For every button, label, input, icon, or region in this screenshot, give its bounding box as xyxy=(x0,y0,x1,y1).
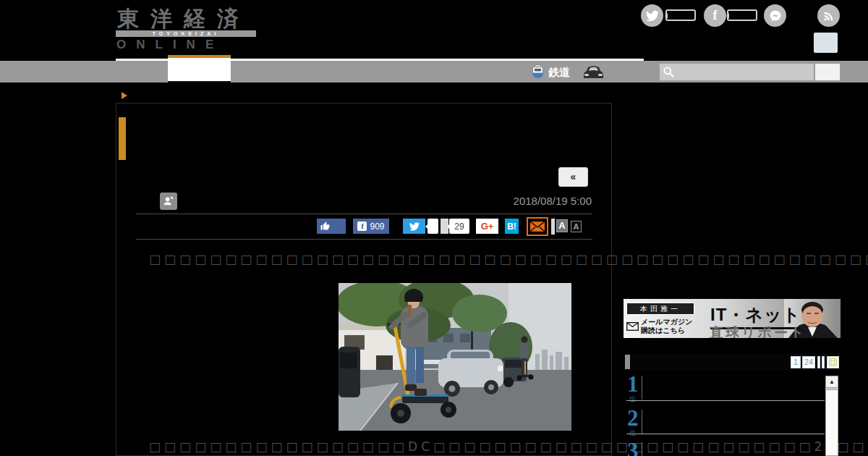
ranking-scrollbar[interactable]: ▲ xyxy=(825,376,838,456)
rank-number: 3 xyxy=(627,440,639,456)
site-logo-roman: TOYOKEIZAI xyxy=(116,30,256,37)
ranking-header-icon xyxy=(625,355,630,369)
ranking-tab-24[interactable]: 24 xyxy=(802,356,815,368)
site-logo-online: ONLINE xyxy=(116,38,224,52)
nav-railway-label: 鉄道 xyxy=(548,66,570,80)
newsletter-ad-banner[interactable]: 本田雅一 メールマガジン 購読はこちら IT・ネット 直球リポート xyxy=(624,299,841,338)
messenger-icon[interactable] xyxy=(764,4,786,27)
rank-separator xyxy=(626,434,825,434)
scrollbar-up-arrow[interactable]: ▲ xyxy=(825,376,838,388)
ranking-tab-1[interactable]: 1 xyxy=(791,356,801,368)
font-size-large-button[interactable]: A xyxy=(556,219,568,232)
author-avatar-icon[interactable] xyxy=(160,193,177,210)
divider xyxy=(136,239,592,240)
ranking-header: 1 24 xyxy=(624,353,841,371)
facebook-like-button[interactable] xyxy=(317,219,346,234)
twitter-icon[interactable] xyxy=(641,4,663,27)
article-paragraph-1: □□□□□□□□□□□□□□□□□□□□□□□□□□□□□□□□□□□□□□□□… xyxy=(136,250,593,269)
rank-divider xyxy=(642,442,642,456)
ad-author-name: 本田雅一 xyxy=(626,303,694,315)
calendar-icon xyxy=(829,358,837,366)
header-menu-button[interactable] xyxy=(814,33,838,53)
article-image xyxy=(339,283,571,431)
article-body: □□□□□□□□□□□□□□□□□□□□□□□□□□□□□□□□□□□□□□□□… xyxy=(136,250,593,456)
search-input[interactable] xyxy=(677,65,807,80)
rank-separator xyxy=(626,400,825,401)
search-box[interactable] xyxy=(660,64,814,80)
nav-item-railway[interactable]: 鉄道 xyxy=(530,64,570,82)
search-submit-button[interactable] xyxy=(815,64,840,80)
mail-icon xyxy=(626,321,639,334)
rss-icon[interactable] xyxy=(817,4,840,27)
rank-divider xyxy=(642,376,642,400)
train-icon xyxy=(530,64,545,82)
facebook-count-bubble xyxy=(727,9,757,21)
site-logo[interactable]: 東洋経済 xyxy=(117,4,250,34)
email-share-button[interactable] xyxy=(527,217,548,236)
ranking-list: 1 位 2 位 3 ▲ xyxy=(624,372,841,456)
rank-number: 1 xyxy=(627,373,639,395)
hatena-bookmark-button[interactable]: B! xyxy=(505,219,519,234)
article-date: 2018/08/19 5:00 xyxy=(514,195,592,207)
scrollbar-thumb[interactable] xyxy=(825,389,838,456)
ranking-tab-bar[interactable] xyxy=(822,356,825,368)
facebook-share-count: 909 xyxy=(370,221,384,232)
tweet-count-bubble xyxy=(427,219,438,234)
rank-unit: 位 xyxy=(629,394,636,404)
googleplus-button[interactable]: G+ xyxy=(476,219,498,234)
search-icon xyxy=(663,66,675,78)
nav-tab-active[interactable] xyxy=(168,55,231,83)
article-card: « 2018/08/19 5:00 f 909 29 G+ B! A A □□□… xyxy=(116,103,612,456)
facebook-share-icon: f xyxy=(357,221,367,231)
ad-mailmag-text: メールマガジン 購読はこちら xyxy=(641,318,692,335)
share-row: f 909 29 G+ B! A A xyxy=(136,217,592,237)
rank-divider xyxy=(642,410,642,434)
hatena-count-bubble: 29 xyxy=(449,219,469,234)
font-size-small-button[interactable]: A xyxy=(571,221,582,232)
breadcrumb-arrow-icon xyxy=(122,92,131,99)
facebook-share-button[interactable]: f 909 xyxy=(353,219,389,234)
car-icon[interactable] xyxy=(582,65,605,83)
rank-number: 2 xyxy=(627,408,639,429)
back-button[interactable]: « xyxy=(558,167,588,187)
divider xyxy=(136,214,592,214)
envelope-icon xyxy=(529,221,545,232)
ad-subtitle: 直球リポート xyxy=(710,324,806,338)
ranking-tab-bar[interactable] xyxy=(817,356,820,368)
headline-accent-bar xyxy=(119,117,126,160)
share-divider xyxy=(551,219,555,235)
ranking-tab-calendar[interactable] xyxy=(827,356,839,368)
twitter-count-bubble xyxy=(665,9,696,21)
